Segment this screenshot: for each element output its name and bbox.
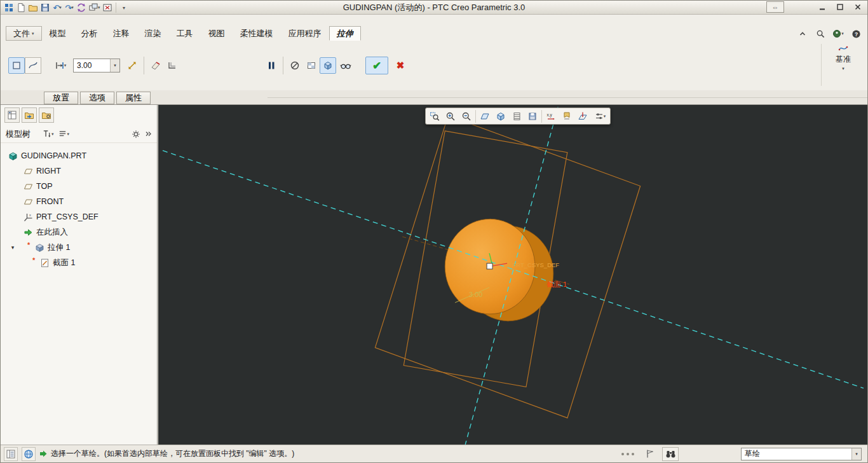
undo-button[interactable]: ↶▾ (51, 2, 63, 13)
tab-view[interactable]: 视图 (201, 26, 233, 41)
tree-filter-button[interactable]: ▾ (42, 129, 54, 139)
model-tree-toggle-button[interactable] (4, 447, 18, 461)
fullscreen-toggle-button[interactable]: ⇔ (766, 1, 784, 13)
tree-item-extrude[interactable]: ▾ * 拉伸 1 (1, 240, 157, 255)
selection-filter-value[interactable]: 草绘 (742, 448, 851, 459)
maximize-button[interactable] (832, 1, 848, 13)
shaded-preview-button[interactable] (320, 57, 336, 74)
customize-quick-access-button[interactable]: ▾ (119, 2, 130, 13)
solid-toggle-button[interactable] (8, 57, 25, 74)
close-button[interactable] (850, 1, 865, 13)
ok-button[interactable]: ✔ (365, 57, 388, 74)
datum-group-button[interactable]: 基准 ▾ (825, 44, 861, 71)
annotations-button[interactable] (559, 109, 574, 123)
tab-file[interactable]: 文件▾ (6, 26, 42, 41)
tree-item-insert-here[interactable]: 在此插入 (1, 225, 157, 240)
new-file-button[interactable] (15, 2, 27, 13)
tab-applications[interactable]: 应用程序 (281, 26, 329, 41)
folder-settings-button[interactable] (39, 107, 54, 123)
measure-button[interactable]: x,y (543, 109, 559, 123)
tab-model[interactable]: 模型 (42, 26, 74, 41)
find-in-model-button[interactable] (662, 447, 679, 461)
presence-icon (832, 29, 841, 38)
open-folder-icon (28, 3, 38, 13)
depth-dimension-label[interactable]: 3.00 (469, 291, 482, 298)
attached-preview-button[interactable] (303, 57, 320, 74)
tree-columns-icon (7, 110, 17, 120)
minimize-button[interactable] (815, 1, 830, 13)
depth-value[interactable]: 3.00 (74, 61, 110, 70)
tree-item-right-plane[interactable]: RIGHT (1, 163, 157, 179)
model-viewport[interactable]: 3.00 PRT_CSYS_DEF 截面 1 (158, 105, 867, 445)
section-label[interactable]: 截面 1 (546, 280, 567, 288)
no-preview-button[interactable] (287, 57, 303, 74)
collapse-arrow-icon[interactable]: ▾ (10, 244, 16, 251)
verify-button[interactable] (336, 57, 355, 74)
thicken-sketch-button[interactable] (164, 57, 180, 74)
zoom-out-button[interactable] (459, 109, 474, 123)
tree-display-button[interactable]: ▾ (58, 129, 70, 139)
tab-flexible-modeling[interactable]: 柔性建模 (233, 26, 281, 41)
presence-button[interactable]: ▾ (832, 27, 844, 40)
reorient-button[interactable] (477, 109, 492, 123)
tab-extrude[interactable]: 拉伸 (329, 26, 361, 41)
view-normal-button[interactable] (575, 109, 590, 123)
tree-item-csys[interactable]: x PRT_CSYS_DEF (1, 209, 157, 225)
depth-drag-handle[interactable] (487, 263, 492, 269)
pause-icon (266, 60, 276, 71)
panel-options-button[interactable] (144, 130, 152, 138)
tree-settings-button[interactable] (132, 130, 140, 139)
tab-tools[interactable]: 工具 (169, 26, 201, 41)
depth-value-combobox[interactable]: 3.00 ▾ (73, 59, 120, 73)
csys-label[interactable]: PRT_CSYS_DEF (512, 261, 559, 268)
zoom-in-button[interactable] (443, 109, 458, 123)
tab-annotate[interactable]: 注释 (105, 26, 137, 41)
tab-render[interactable]: 渲染 (137, 26, 169, 41)
window-arrange-button[interactable]: ▾ (88, 2, 101, 13)
app-menu-button[interactable] (3, 2, 15, 13)
zoom-region-button[interactable] (427, 109, 442, 123)
selection-filter-dropdown-button[interactable]: ▾ (851, 448, 861, 460)
capture-button[interactable] (525, 109, 540, 123)
gear-icon (132, 130, 140, 139)
search-button[interactable] (814, 27, 827, 40)
separator (116, 3, 116, 13)
depth-value-dropdown-button[interactable]: ▾ (110, 59, 119, 72)
ribbon-right-icons: ▾ ? (796, 27, 862, 41)
tab-options[interactable]: 选项 (80, 92, 114, 104)
tab-properties[interactable]: 属性 (116, 92, 151, 104)
regenerate-button[interactable] (76, 2, 87, 13)
selection-buffer-button[interactable] (618, 450, 638, 458)
cancel-button[interactable]: ✖ (391, 57, 409, 74)
help-button[interactable]: ? (850, 27, 862, 40)
selection-filter-combobox[interactable]: 草绘 ▾ (741, 448, 862, 460)
pause-button[interactable] (263, 57, 280, 74)
tab-analysis[interactable]: 分析 (74, 26, 105, 41)
search-icon (816, 29, 825, 39)
close-window-button[interactable] (102, 2, 113, 13)
tab-placement[interactable]: 放置 (44, 92, 78, 104)
view-options-button[interactable]: ▾ (591, 109, 609, 123)
minimize-ribbon-button[interactable] (796, 27, 809, 40)
tree-columns-button[interactable] (4, 107, 20, 123)
open-file-button[interactable] (27, 2, 39, 13)
ribbon-tab-row: 文件▾ 模型 分析 注释 渲染 工具 视图 柔性建模 应用程序 拉伸 ▾ ? (1, 25, 867, 41)
status-message: 选择一个草绘。(如果首选内部草绘，可在放置面板中找到 "编辑" 选项。) (51, 448, 294, 459)
section-button[interactable] (509, 109, 524, 123)
tree-item-section[interactable]: * 截面 1 (1, 255, 157, 270)
web-browser-toggle-button[interactable] (22, 447, 36, 461)
remove-material-button[interactable] (147, 57, 164, 74)
flip-direction-button[interactable] (124, 57, 140, 74)
display-style-button[interactable] (493, 109, 508, 123)
surface-toggle-button[interactable] (25, 57, 41, 74)
tree-item-top-plane[interactable]: TOP (1, 179, 157, 194)
graphics-area[interactable]: x,y ▾ (158, 105, 867, 445)
tree-item-front-plane[interactable]: FRONT (1, 194, 157, 209)
tree-item-label: GUDINGPAN.PRT (21, 151, 86, 160)
redo-button[interactable]: ↷▾ (64, 2, 75, 13)
save-button[interactable] (39, 2, 51, 13)
flag-button[interactable] (646, 449, 654, 459)
folder-history-button[interactable] (22, 107, 37, 123)
tree-item-part[interactable]: GUDINGPAN.PRT (1, 148, 157, 163)
depth-type-button[interactable]: ▾ (50, 57, 71, 74)
